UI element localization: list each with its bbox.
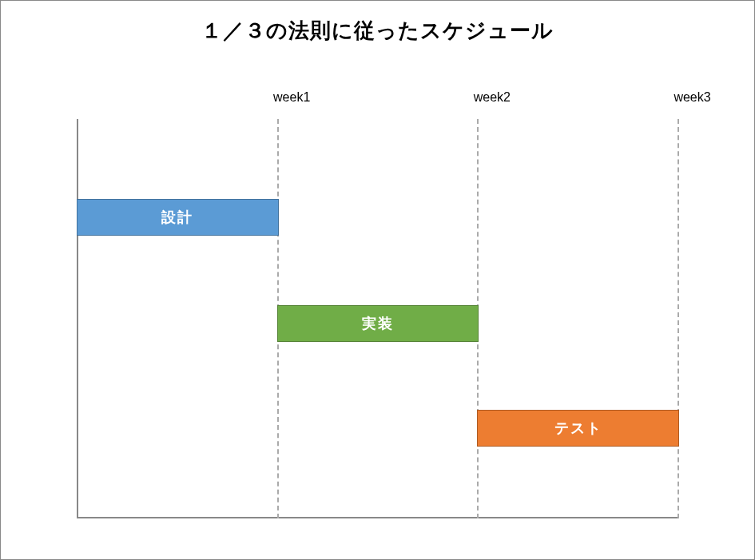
tick-label-week3: week3	[674, 90, 710, 105]
bar-label-test: テスト	[554, 419, 602, 438]
y-axis	[77, 119, 78, 518]
bar-label-design: 設計	[161, 208, 193, 227]
plot-area: week1 week2 week3 設計 実装 テスト	[77, 119, 678, 518]
bar-design: 設計	[77, 199, 279, 236]
bar-label-implement: 実装	[362, 314, 394, 333]
tick-label-week1: week1	[273, 90, 310, 105]
tick-label-week2: week2	[474, 90, 511, 105]
chart-title: １／３の法則に従ったスケジュール	[1, 1, 754, 45]
bar-test: テスト	[477, 410, 679, 447]
gridline-week3	[678, 119, 679, 518]
chart-container: １／３の法則に従ったスケジュール week1 week2 week3 設計 実装…	[0, 0, 755, 560]
x-axis	[77, 517, 678, 518]
bar-implement: 実装	[277, 305, 479, 342]
